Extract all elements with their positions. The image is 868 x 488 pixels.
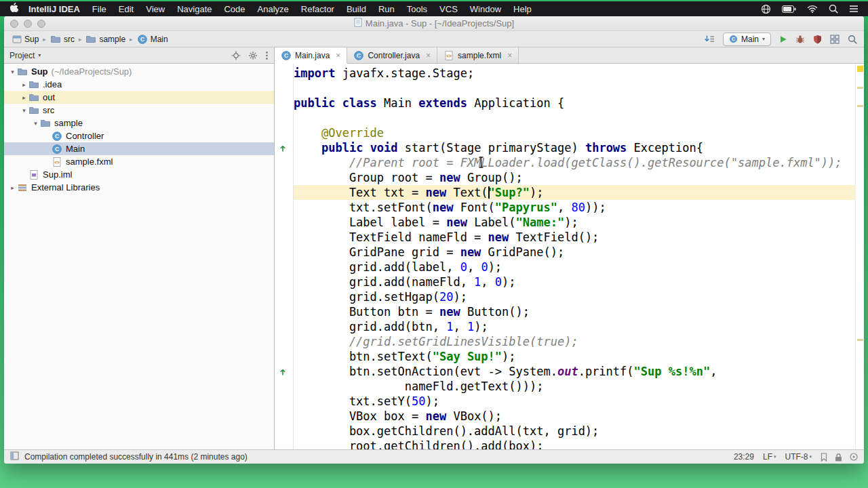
code-line-15[interactable]: grid.add(nameFld, 1, 0); <box>294 274 855 289</box>
code-line-25[interactable]: box.getChildren().addAll(txt, grid); <box>294 424 855 439</box>
tree-expander-icon[interactable]: ▸ <box>20 94 28 101</box>
coverage-button[interactable] <box>813 35 822 44</box>
code-area[interactable]: import javafx.stage.Stage;public class M… <box>294 64 855 449</box>
search-button[interactable] <box>848 35 857 44</box>
project-panel-header[interactable]: Project ▾ <box>4 47 274 64</box>
dots-button[interactable] <box>265 51 269 60</box>
code-line-13[interactable]: GridPane grid = new GridPane(); <box>294 245 855 260</box>
code-line-22[interactable]: nameFld.getText())); <box>294 379 855 394</box>
tree-item-sample-fxml[interactable]: <>sample.fxml <box>4 155 274 168</box>
menu-item-intellij-idea[interactable]: IntelliJ IDEA <box>22 4 86 14</box>
wifi-menubar-button[interactable] <box>807 5 818 14</box>
tree-expander-icon[interactable]: ▾ <box>20 107 28 114</box>
code-line-2[interactable] <box>294 81 855 96</box>
tree-item-controller[interactable]: CController <box>4 129 274 142</box>
close-window-button[interactable] <box>10 20 18 28</box>
menu-item-edit[interactable]: Edit <box>113 4 140 14</box>
globe-menubar-button[interactable] <box>761 4 771 14</box>
tree-expander-icon[interactable]: ▾ <box>31 120 40 127</box>
debug-button[interactable] <box>795 35 805 44</box>
tab-sample-fxml[interactable]: <>sample.fxml× <box>437 47 519 63</box>
code-line-24[interactable]: VBox box = new VBox(); <box>294 409 855 424</box>
locate-button[interactable] <box>231 51 241 60</box>
tree-expander-icon[interactable]: ▾ <box>8 68 17 75</box>
layout-button[interactable] <box>830 35 840 44</box>
code-line-3[interactable]: public class Main extends Application { <box>294 96 855 110</box>
menu-item-view[interactable]: View <box>140 4 171 14</box>
apple-menu[interactable] <box>9 3 18 16</box>
tab-close-icon[interactable]: × <box>336 51 340 60</box>
tree-item-external-libraries[interactable]: ▸External Libraries <box>4 181 274 194</box>
code-line-8[interactable]: Group root = new Group(); <box>294 170 855 185</box>
code-line-11[interactable]: Label label = new Label("Name:"); <box>294 215 855 230</box>
window-titlebar[interactable]: Main.java - Sup - [~/IdeaProjects/Sup] <box>4 16 864 31</box>
code-line-16[interactable]: grid.setHgap(20); <box>294 289 855 304</box>
menu-item-tools[interactable]: Tools <box>401 4 433 14</box>
error-stripe[interactable] <box>855 64 864 449</box>
menu-item-build[interactable]: Build <box>340 4 372 14</box>
code-line-12[interactable]: TextField nameFld = new TextField(); <box>294 230 855 245</box>
menu-item-code[interactable]: Code <box>218 4 251 14</box>
tab-close-icon[interactable]: × <box>507 51 512 60</box>
tree-item-sup[interactable]: ▾Sup (~/IdeaProjects/Sup) <box>4 65 274 78</box>
tab-main-java[interactable]: CMain.java× <box>275 47 347 63</box>
code-line-17[interactable]: Button btn = new Button(); <box>294 304 855 319</box>
menu-item-refactor[interactable]: Refactor <box>295 4 340 14</box>
menu-item-vcs[interactable]: VCS <box>433 4 464 14</box>
override-marker-icon[interactable] <box>279 367 287 375</box>
tab-controller-java[interactable]: CController.java× <box>347 47 437 63</box>
gear-button[interactable] <box>248 51 258 60</box>
tree-expander-icon[interactable]: ▸ <box>20 81 28 88</box>
search-menubar-button[interactable] <box>829 4 838 14</box>
code-line-1[interactable]: import javafx.stage.Stage; <box>294 66 855 81</box>
code-line-26[interactable]: root.getChildren().add(box); <box>294 439 855 449</box>
zoom-window-button[interactable] <box>37 20 45 28</box>
code-line-18[interactable]: grid.add(btn, 1, 1); <box>294 319 855 334</box>
run-configuration-select[interactable]: CMain▾ <box>723 33 771 46</box>
code-line-19[interactable]: //grid.setGridLinesVisible(true); <box>294 334 855 349</box>
tree-item-sup-iml[interactable]: Sup.iml <box>4 168 274 181</box>
tree-item-main[interactable]: CMain <box>4 142 274 155</box>
tree-item-src[interactable]: ▾src <box>4 104 274 117</box>
hector-icon[interactable] <box>850 453 858 461</box>
caret-position-widget[interactable]: 23:29 <box>734 452 754 462</box>
minimize-window-button[interactable] <box>24 20 32 28</box>
menu-item-analyze[interactable]: Analyze <box>252 4 295 14</box>
menu-item-run[interactable]: Run <box>372 4 401 14</box>
code-line-20[interactable]: btn.setText("Say Sup!"); <box>294 349 855 364</box>
editor-gutter[interactable] <box>275 64 294 449</box>
code-line-10[interactable]: txt.setFont(new Font("Papyrus", 80)); <box>294 200 855 215</box>
line-separator-widget[interactable]: LF▾ <box>763 452 776 462</box>
bookmark-icon[interactable] <box>821 453 827 462</box>
breadcrumb-item-sample[interactable]: sample <box>84 34 127 45</box>
tab-close-icon[interactable]: × <box>426 51 431 60</box>
code-line-6[interactable]: public void start(Stage primaryStage) th… <box>294 140 855 155</box>
breadcrumb-item-sup[interactable]: Sup <box>11 35 40 44</box>
lock-icon[interactable] <box>835 453 842 462</box>
menu-item-file[interactable]: File <box>86 4 113 14</box>
tree-item-out[interactable]: ▸out <box>4 91 274 104</box>
override-marker-icon[interactable] <box>279 144 287 152</box>
menu-item-window[interactable]: Window <box>464 4 507 14</box>
menu-item-navigate[interactable]: Navigate <box>171 4 218 14</box>
encoding-widget[interactable]: UTF-8▾ <box>785 452 812 462</box>
code-line-9[interactable]: Text txt = new Text("Sup?"); <box>294 185 855 200</box>
tree-item-idea[interactable]: ▸.idea <box>4 78 274 91</box>
editor[interactable]: import javafx.stage.Stage;public class M… <box>275 64 864 449</box>
code-line-7[interactable]: //Parent root = FXMLLoader.load(getClass… <box>294 155 855 170</box>
vcs-update-button[interactable] <box>704 35 715 44</box>
battery-menubar-button[interactable] <box>782 5 796 13</box>
tree-expander-icon[interactable]: ▸ <box>8 184 17 191</box>
tree-item-sample[interactable]: ▾sample <box>4 117 274 129</box>
code-line-5[interactable]: @Override <box>294 125 855 140</box>
code-line-14[interactable]: grid.add(label, 0, 0); <box>294 260 855 274</box>
menu-menubar-button[interactable] <box>849 5 859 13</box>
run-button[interactable] <box>779 35 787 43</box>
code-line-21[interactable]: btn.setOnAction(evt -> System.out.printf… <box>294 364 855 379</box>
code-line-23[interactable]: txt.setY(50); <box>294 394 855 409</box>
code-line-4[interactable] <box>294 110 855 125</box>
tool-window-toggle-icon[interactable] <box>10 451 19 462</box>
menu-item-help[interactable]: Help <box>507 4 538 14</box>
breadcrumb-item-src[interactable]: src <box>49 34 76 45</box>
breadcrumb-item-main[interactable]: CMain <box>136 34 170 45</box>
